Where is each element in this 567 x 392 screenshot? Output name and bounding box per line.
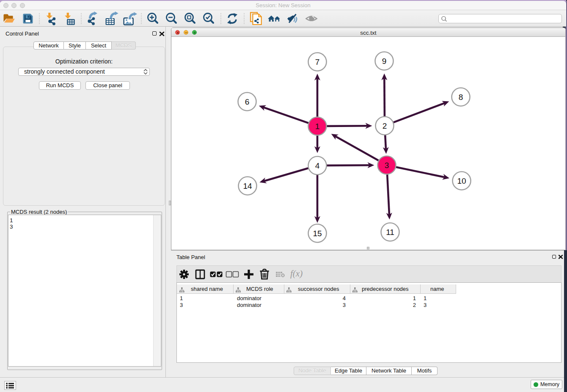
svg-text:9: 9 [382, 57, 387, 66]
svg-text:14: 14 [243, 182, 252, 190]
svg-text:15: 15 [313, 229, 322, 238]
svg-text:2: 2 [383, 121, 387, 130]
svg-text:7: 7 [315, 58, 320, 66]
svg-text:6: 6 [245, 97, 250, 106]
svg-text:1: 1 [315, 122, 320, 131]
svg-text:4: 4 [315, 161, 320, 170]
svg-text:10: 10 [457, 177, 466, 185]
svg-text:3: 3 [385, 161, 389, 170]
svg-text:11: 11 [386, 228, 394, 237]
svg-text:8: 8 [459, 93, 463, 102]
